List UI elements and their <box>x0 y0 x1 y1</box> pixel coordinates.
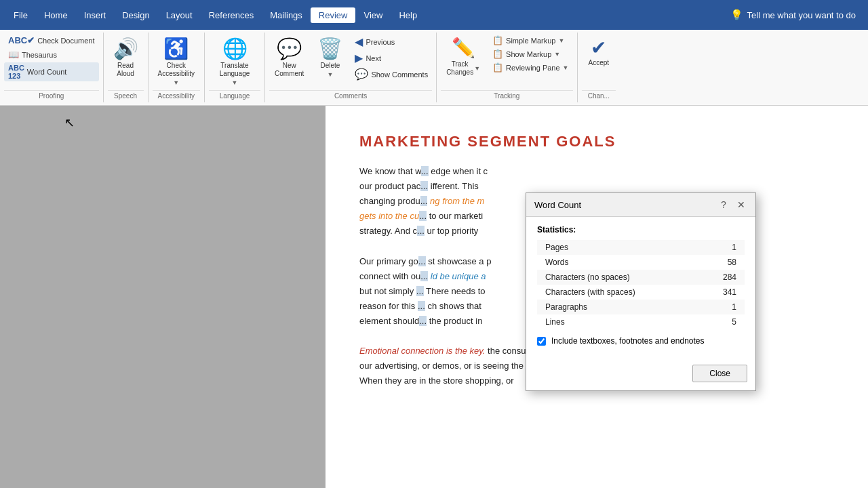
show-markup-icon: 📋 <box>492 49 503 59</box>
dropdown-arrow-delete: ▼ <box>327 71 333 78</box>
stats-table: Pages 1 Words 58 Characters (no spaces) … <box>537 240 745 329</box>
help-button[interactable]: ? <box>717 199 730 211</box>
menu-design[interactable]: Design <box>114 7 157 23</box>
include-textboxes-checkbox[interactable] <box>537 337 546 346</box>
dialog-body: Statistics: Pages 1 Words 58 Characters … <box>526 217 755 359</box>
menu-file[interactable]: File <box>5 7 36 23</box>
comments-buttons: 💬 NewComment 🗑️ Delete ▼ ◀ Previous ▶ Ne… <box>269 34 432 89</box>
proofing-group-label: Proofing <box>4 90 99 101</box>
track-changes-button[interactable]: ✏️ TrackChanges ▼ <box>441 34 486 79</box>
word-count-label: Word Count <box>27 68 67 76</box>
delete-button[interactable]: 🗑️ Delete ▼ <box>312 34 348 81</box>
speech-buttons: 🔊 ReadAloud <box>108 34 144 89</box>
statistics-title: Statistics: <box>537 225 745 235</box>
ribbon: ABC✔ Check Document 📖 Thesaurus ABC123 W… <box>0 30 868 106</box>
next-icon: ▶ <box>355 52 363 64</box>
dialog-close-button[interactable]: Close <box>692 365 747 382</box>
menu-layout[interactable]: Layout <box>158 7 201 23</box>
stat-label-lines: Lines <box>545 317 565 327</box>
word-count-icon: ABC123 <box>8 64 24 80</box>
dialog-titlebar: Word Count ? ✕ <box>526 193 755 217</box>
dropdown-arrow-language: ▼ <box>232 79 238 86</box>
previous-label: Previous <box>366 38 395 46</box>
menu-insert[interactable]: Insert <box>76 7 115 23</box>
changes-group-label: Chan... <box>582 90 616 101</box>
dropdown-arrow-reviewing: ▼ <box>563 64 569 71</box>
ribbon-group-changes: ✔ Accept Chan... <box>578 33 620 102</box>
ribbon-group-comments: 💬 NewComment 🗑️ Delete ▼ ◀ Previous ▶ Ne… <box>265 33 437 102</box>
dropdown-arrow-simple: ▼ <box>558 37 564 44</box>
speech-group-label: Speech <box>108 90 144 101</box>
new-comment-icon: 💬 <box>277 37 302 60</box>
dialog-footer: Close <box>526 359 755 390</box>
show-markup-label: Show Markup <box>506 50 551 58</box>
reviewing-pane-button[interactable]: 📋 Reviewing Pane ▼ <box>488 61 572 74</box>
next-button[interactable]: ▶ Next <box>351 50 432 66</box>
delete-icon: 🗑️ <box>317 37 342 60</box>
track-changes-label: TrackChanges <box>446 60 473 77</box>
check-accessibility-button[interactable]: ♿ CheckAccessibility ▼ <box>153 34 200 89</box>
show-comments-icon: 💬 <box>355 68 368 81</box>
accessibility-group-label: Accessibility <box>153 90 200 101</box>
show-comments-button[interactable]: 💬 Show Comments <box>351 66 432 82</box>
lightbulb-icon: 💡 <box>730 9 743 21</box>
checkbox-row: Include textboxes, footnotes and endnote… <box>537 329 745 351</box>
previous-icon: ◀ <box>355 35 363 48</box>
translate-language-button[interactable]: 🌐 Translate Language ▼ <box>209 34 260 89</box>
stat-label-chars-with-spaces: Characters (with spaces) <box>545 287 635 297</box>
menu-home[interactable]: Home <box>36 7 76 23</box>
check-accessibility-label: CheckAccessibility <box>158 62 195 78</box>
next-label: Next <box>366 54 381 62</box>
menu-mailings[interactable]: Mailings <box>262 7 311 23</box>
changes-buttons: ✔ Accept <box>582 34 616 89</box>
stat-row-words: Words 58 <box>537 255 745 270</box>
accept-button[interactable]: ✔ Accept <box>582 34 616 69</box>
read-aloud-button[interactable]: 🔊 ReadAloud <box>108 34 144 81</box>
stat-value-words: 58 <box>728 258 736 267</box>
accessibility-buttons: ♿ CheckAccessibility ▼ <box>153 34 200 89</box>
show-markup-button[interactable]: 📋 Show Markup ▼ <box>488 47 572 60</box>
left-panel <box>0 106 326 488</box>
menu-review[interactable]: Review <box>311 7 356 23</box>
stat-row-lines: Lines 5 <box>537 314 745 329</box>
new-comment-label: NewComment <box>275 62 304 78</box>
dialog-close-x-button[interactable]: ✕ <box>735 199 747 211</box>
menu-references[interactable]: References <box>201 7 262 23</box>
thesaurus-icon: 📖 <box>8 49 19 60</box>
comments-group-label: Comments <box>269 90 432 101</box>
previous-button[interactable]: ◀ Previous <box>351 34 432 49</box>
stat-row-pages: Pages 1 <box>537 240 745 255</box>
check-document-icon: ABC✔ <box>8 35 35 45</box>
document-title: MARKETING SEGMENT GOALS <box>359 133 834 150</box>
thesaurus-button[interactable]: 📖 Thesaurus <box>4 48 99 61</box>
new-comment-button[interactable]: 💬 NewComment <box>269 34 309 81</box>
simple-markup-icon: 📋 <box>492 35 503 45</box>
reviewing-pane-label: Reviewing Pane <box>506 64 560 72</box>
menu-help[interactable]: Help <box>391 7 425 23</box>
tell-me-bar[interactable]: 💡 Tell me what you want to do <box>724 6 863 24</box>
stat-label-pages: Pages <box>545 243 568 252</box>
language-buttons: 🌐 Translate Language ▼ <box>209 34 260 89</box>
translate-icon: 🌐 <box>222 37 248 60</box>
stat-label-paragraphs: Paragraphs <box>545 302 587 312</box>
check-accessibility-icon: ♿ <box>163 37 189 60</box>
include-textboxes-label: Include textboxes, footnotes and endnote… <box>551 336 705 346</box>
stat-value-lines: 5 <box>732 317 736 327</box>
prev-next-group: ◀ Previous ▶ Next 💬 Show Comments <box>351 34 432 82</box>
ribbon-group-tracking: ✏️ TrackChanges ▼ 📋 Simple Markup ▼ 📋 Sh… <box>437 33 577 102</box>
stat-row-chars-with-spaces: Characters (with spaces) 341 <box>537 285 745 300</box>
stat-value-pages: 1 <box>732 243 736 252</box>
dropdown-arrow-show: ▼ <box>554 51 560 58</box>
proofing-items: ABC✔ Check Document 📖 Thesaurus ABC123 W… <box>4 34 99 81</box>
dialog-controls: ? ✕ <box>717 199 747 211</box>
check-document-button[interactable]: ABC✔ Check Document <box>4 34 99 47</box>
simple-markup-button[interactable]: 📋 Simple Markup ▼ <box>488 34 572 47</box>
proofing-buttons: ABC✔ Check Document 📖 Thesaurus ABC123 W… <box>4 34 99 89</box>
stat-value-chars-with-spaces: 341 <box>723 287 736 297</box>
dropdown-arrow-accessibility: ▼ <box>173 79 179 86</box>
word-count-button[interactable]: ABC123 Word Count <box>4 62 99 81</box>
menu-view[interactable]: View <box>355 7 391 23</box>
stat-row-chars-no-spaces: Characters (no spaces) 284 <box>537 270 745 285</box>
word-count-dialog: Word Count ? ✕ Statistics: Pages 1 Words… <box>526 192 756 391</box>
ribbon-group-accessibility: ♿ CheckAccessibility ▼ Accessibility <box>149 33 205 102</box>
